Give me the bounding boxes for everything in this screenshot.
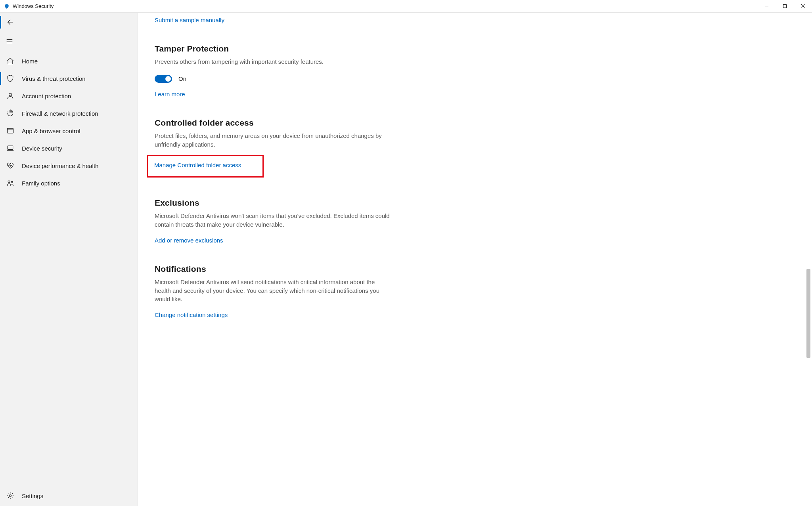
- hamburger-menu-button[interactable]: [0, 32, 19, 51]
- notifications-title: Notifications: [155, 264, 392, 274]
- sidebar-item-family[interactable]: Family options: [0, 174, 138, 192]
- sidebar-item-app-browser[interactable]: App & browser control: [0, 122, 138, 139]
- sidebar-item-label: Device security: [22, 145, 62, 152]
- controlled-folder-section: Controlled folder access Protect files, …: [155, 118, 392, 178]
- sidebar-item-firewall[interactable]: Firewall & network protection: [0, 105, 138, 122]
- scrollbar[interactable]: [806, 13, 811, 506]
- gear-icon: [6, 491, 15, 500]
- nav-list: Home Virus & threat protection Account p…: [0, 52, 138, 485]
- tamper-toggle[interactable]: [155, 75, 172, 83]
- heart-icon: [6, 161, 15, 170]
- sidebar-item-label: App & browser control: [22, 128, 80, 134]
- sidebar-item-device-security[interactable]: Device security: [0, 139, 138, 157]
- notifications-desc: Microsoft Defender Antivirus will send n…: [155, 278, 392, 304]
- sidebar-item-label: Device performance & health: [22, 162, 98, 169]
- svg-point-4: [8, 181, 10, 183]
- cfa-title: Controlled folder access: [155, 118, 392, 128]
- svg-point-6: [10, 495, 11, 497]
- sidebar: Home Virus & threat protection Account p…: [0, 13, 138, 506]
- shield-icon: [6, 74, 15, 83]
- cfa-desc: Protect files, folders, and memory areas…: [155, 132, 392, 149]
- home-icon: [6, 57, 15, 65]
- submit-sample-link[interactable]: Submit a sample manually: [155, 17, 224, 23]
- sidebar-item-label: Family options: [22, 180, 60, 187]
- scrollbar-thumb[interactable]: [806, 269, 810, 358]
- window-title: Windows Security: [13, 3, 54, 9]
- tamper-toggle-state: On: [178, 75, 186, 82]
- sidebar-item-account[interactable]: Account protection: [0, 87, 138, 105]
- svg-rect-0: [783, 5, 786, 8]
- tamper-title: Tamper Protection: [155, 44, 392, 53]
- tamper-desc: Prevents others from tampering with impo…: [155, 57, 392, 66]
- window-icon: [6, 126, 15, 135]
- notifications-link[interactable]: Change notification settings: [155, 311, 228, 318]
- wifi-icon: [6, 109, 15, 118]
- person-icon: [6, 92, 15, 100]
- window-maximize-button[interactable]: [776, 0, 794, 13]
- sidebar-item-label: Account protection: [22, 93, 71, 99]
- titlebar: Windows Security: [0, 0, 812, 13]
- exclusions-desc: Microsoft Defender Antivirus won't scan …: [155, 212, 392, 229]
- laptop-icon: [6, 144, 15, 153]
- cfa-highlight-annotation: Manage Controlled folder access: [147, 155, 264, 178]
- sidebar-item-label: Home: [22, 58, 38, 65]
- manage-cfa-link[interactable]: Manage Controlled folder access: [154, 162, 241, 168]
- family-icon: [6, 179, 15, 187]
- sidebar-item-performance-health[interactable]: Device performance & health: [0, 157, 138, 174]
- window-close-button[interactable]: [794, 0, 812, 13]
- svg-rect-3: [8, 146, 13, 149]
- notifications-section: Notifications Microsoft Defender Antivir…: [155, 264, 392, 318]
- sidebar-item-label: Firewall & network protection: [22, 110, 98, 117]
- sidebar-settings[interactable]: Settings: [0, 485, 138, 506]
- back-button[interactable]: [0, 13, 19, 32]
- app-shield-icon: [4, 4, 10, 9]
- main-content: Submit a sample manually Tamper Protecti…: [138, 13, 812, 506]
- svg-rect-2: [8, 128, 13, 133]
- tamper-learn-more-link[interactable]: Learn more: [155, 91, 185, 97]
- svg-point-5: [11, 181, 13, 183]
- sidebar-item-home[interactable]: Home: [0, 52, 138, 70]
- sidebar-item-virus-threat[interactable]: Virus & threat protection: [0, 70, 138, 87]
- exclusions-title: Exclusions: [155, 198, 392, 208]
- svg-point-1: [9, 93, 12, 96]
- sidebar-item-label: Virus & threat protection: [22, 75, 86, 82]
- sidebar-settings-label: Settings: [22, 493, 43, 499]
- exclusions-section: Exclusions Microsoft Defender Antivirus …: [155, 198, 392, 244]
- window-minimize-button[interactable]: [757, 0, 776, 13]
- exclusions-link[interactable]: Add or remove exclusions: [155, 237, 223, 244]
- tamper-protection-section: Tamper Protection Prevents others from t…: [155, 44, 392, 97]
